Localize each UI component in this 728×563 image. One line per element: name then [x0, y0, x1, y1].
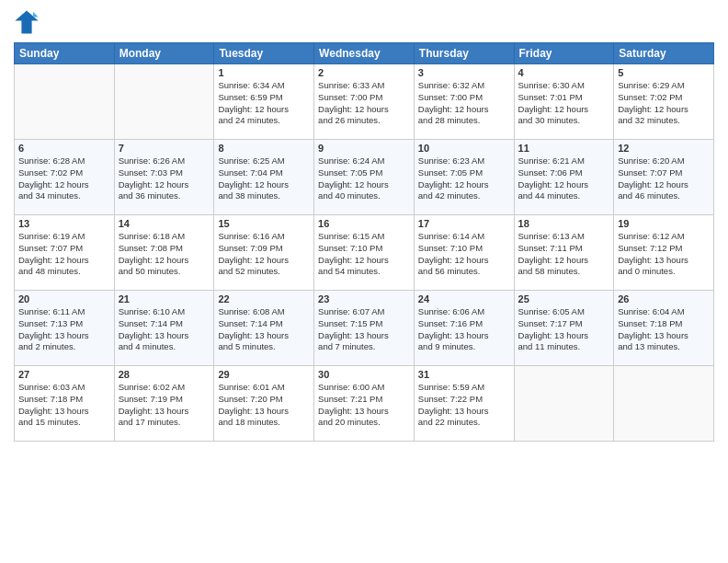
day-info: Sunrise: 6:25 AM Sunset: 7:04 PM Dayligh…	[218, 155, 310, 202]
day-info: Sunrise: 6:29 AM Sunset: 7:02 PM Dayligh…	[618, 80, 710, 127]
day-number: 27	[18, 369, 110, 380]
calendar-cell: 19Sunrise: 6:12 AM Sunset: 7:12 PM Dayli…	[614, 215, 714, 291]
calendar-cell: 10Sunrise: 6:23 AM Sunset: 7:05 PM Dayli…	[414, 140, 514, 215]
calendar-cell: 9Sunrise: 6:24 AM Sunset: 7:05 PM Daylig…	[314, 140, 415, 215]
calendar-cell: 27Sunrise: 6:03 AM Sunset: 7:18 PM Dayli…	[15, 366, 115, 442]
day-info: Sunrise: 6:00 AM Sunset: 7:21 PM Dayligh…	[318, 382, 410, 429]
calendar-day-header: Tuesday	[214, 43, 314, 64]
day-number: 9	[318, 143, 410, 154]
calendar-week-row: 1Sunrise: 6:34 AM Sunset: 6:59 PM Daylig…	[15, 64, 714, 140]
svg-marker-1	[33, 12, 39, 17]
calendar-day-header: Sunday	[15, 43, 115, 64]
day-number: 7	[119, 143, 210, 154]
day-info: Sunrise: 6:30 AM Sunset: 7:01 PM Dayligh…	[518, 80, 610, 127]
day-number: 6	[18, 143, 110, 154]
calendar-cell: 14Sunrise: 6:18 AM Sunset: 7:08 PM Dayli…	[114, 215, 214, 291]
calendar-cell: 11Sunrise: 6:21 AM Sunset: 7:06 PM Dayli…	[514, 140, 614, 215]
calendar-cell: 4Sunrise: 6:30 AM Sunset: 7:01 PM Daylig…	[514, 64, 614, 140]
day-info: Sunrise: 6:12 AM Sunset: 7:12 PM Dayligh…	[618, 231, 710, 278]
day-info: Sunrise: 6:21 AM Sunset: 7:06 PM Dayligh…	[518, 155, 610, 202]
day-number: 16	[318, 218, 410, 229]
day-number: 13	[18, 218, 110, 229]
calendar-cell	[114, 64, 214, 140]
day-number: 12	[618, 143, 710, 154]
day-number: 19	[618, 218, 710, 229]
day-number: 11	[518, 143, 610, 154]
day-number: 2	[318, 67, 410, 78]
day-info: Sunrise: 6:23 AM Sunset: 7:05 PM Dayligh…	[418, 155, 510, 202]
calendar-cell: 3Sunrise: 6:32 AM Sunset: 7:00 PM Daylig…	[414, 64, 514, 140]
calendar-day-header: Saturday	[614, 43, 714, 64]
calendar-cell: 28Sunrise: 6:02 AM Sunset: 7:19 PM Dayli…	[114, 366, 214, 442]
day-number: 10	[418, 143, 510, 154]
day-number: 29	[218, 369, 310, 380]
calendar-week-row: 6Sunrise: 6:28 AM Sunset: 7:02 PM Daylig…	[15, 140, 714, 215]
calendar-cell	[514, 366, 614, 442]
calendar-cell	[15, 64, 115, 140]
calendar-cell: 23Sunrise: 6:07 AM Sunset: 7:15 PM Dayli…	[314, 291, 415, 366]
day-number: 23	[318, 293, 410, 304]
day-info: Sunrise: 6:06 AM Sunset: 7:16 PM Dayligh…	[418, 306, 510, 353]
day-info: Sunrise: 6:26 AM Sunset: 7:03 PM Dayligh…	[119, 155, 210, 202]
day-number: 5	[618, 67, 710, 78]
day-info: Sunrise: 6:14 AM Sunset: 7:10 PM Dayligh…	[418, 231, 510, 278]
calendar-cell	[614, 366, 714, 442]
calendar-cell: 21Sunrise: 6:10 AM Sunset: 7:14 PM Dayli…	[114, 291, 214, 366]
calendar-cell: 13Sunrise: 6:19 AM Sunset: 7:07 PM Dayli…	[15, 215, 115, 291]
day-number: 20	[18, 293, 110, 304]
day-number: 31	[418, 369, 510, 380]
calendar-cell: 25Sunrise: 6:05 AM Sunset: 7:17 PM Dayli…	[514, 291, 614, 366]
calendar-cell: 16Sunrise: 6:15 AM Sunset: 7:10 PM Dayli…	[314, 215, 415, 291]
calendar-cell: 5Sunrise: 6:29 AM Sunset: 7:02 PM Daylig…	[614, 64, 714, 140]
logo-icon	[14, 9, 40, 35]
calendar-cell: 31Sunrise: 5:59 AM Sunset: 7:22 PM Dayli…	[414, 366, 514, 442]
day-info: Sunrise: 6:03 AM Sunset: 7:18 PM Dayligh…	[18, 382, 110, 429]
calendar-cell: 6Sunrise: 6:28 AM Sunset: 7:02 PM Daylig…	[15, 140, 115, 215]
calendar-cell: 7Sunrise: 6:26 AM Sunset: 7:03 PM Daylig…	[114, 140, 214, 215]
day-info: Sunrise: 6:01 AM Sunset: 7:20 PM Dayligh…	[218, 382, 310, 429]
calendar-cell: 1Sunrise: 6:34 AM Sunset: 6:59 PM Daylig…	[214, 64, 314, 140]
day-info: Sunrise: 6:07 AM Sunset: 7:15 PM Dayligh…	[318, 306, 410, 353]
day-number: 17	[418, 218, 510, 229]
page-header	[14, 9, 714, 35]
day-info: Sunrise: 6:10 AM Sunset: 7:14 PM Dayligh…	[119, 306, 210, 353]
calendar-day-header: Monday	[114, 43, 214, 64]
calendar-week-row: 27Sunrise: 6:03 AM Sunset: 7:18 PM Dayli…	[15, 366, 714, 442]
day-number: 8	[218, 143, 310, 154]
day-info: Sunrise: 6:16 AM Sunset: 7:09 PM Dayligh…	[218, 231, 310, 278]
day-number: 21	[119, 293, 210, 304]
calendar-day-header: Thursday	[414, 43, 514, 64]
day-info: Sunrise: 6:11 AM Sunset: 7:13 PM Dayligh…	[18, 306, 110, 353]
day-number: 24	[418, 293, 510, 304]
day-info: Sunrise: 6:28 AM Sunset: 7:02 PM Dayligh…	[18, 155, 110, 202]
calendar-table: SundayMondayTuesdayWednesdayThursdayFrid…	[14, 42, 714, 442]
day-info: Sunrise: 6:13 AM Sunset: 7:11 PM Dayligh…	[518, 231, 610, 278]
calendar-cell: 17Sunrise: 6:14 AM Sunset: 7:10 PM Dayli…	[414, 215, 514, 291]
calendar-week-row: 13Sunrise: 6:19 AM Sunset: 7:07 PM Dayli…	[15, 215, 714, 291]
calendar-cell: 2Sunrise: 6:33 AM Sunset: 7:00 PM Daylig…	[314, 64, 415, 140]
day-info: Sunrise: 6:32 AM Sunset: 7:00 PM Dayligh…	[418, 80, 510, 127]
calendar-cell: 22Sunrise: 6:08 AM Sunset: 7:14 PM Dayli…	[214, 291, 314, 366]
day-info: Sunrise: 6:33 AM Sunset: 7:00 PM Dayligh…	[318, 80, 410, 127]
day-info: Sunrise: 6:19 AM Sunset: 7:07 PM Dayligh…	[18, 231, 110, 278]
calendar-cell: 24Sunrise: 6:06 AM Sunset: 7:16 PM Dayli…	[414, 291, 514, 366]
day-info: Sunrise: 6:04 AM Sunset: 7:18 PM Dayligh…	[618, 306, 710, 353]
day-number: 30	[318, 369, 410, 380]
calendar-cell: 15Sunrise: 6:16 AM Sunset: 7:09 PM Dayli…	[214, 215, 314, 291]
day-number: 14	[119, 218, 210, 229]
day-number: 18	[518, 218, 610, 229]
day-info: Sunrise: 6:34 AM Sunset: 6:59 PM Dayligh…	[218, 80, 310, 127]
calendar-cell: 26Sunrise: 6:04 AM Sunset: 7:18 PM Dayli…	[614, 291, 714, 366]
day-number: 4	[518, 67, 610, 78]
day-number: 26	[618, 293, 710, 304]
day-info: Sunrise: 6:24 AM Sunset: 7:05 PM Dayligh…	[318, 155, 410, 202]
day-number: 1	[218, 67, 310, 78]
day-info: Sunrise: 6:05 AM Sunset: 7:17 PM Dayligh…	[518, 306, 610, 353]
calendar-cell: 30Sunrise: 6:00 AM Sunset: 7:21 PM Dayli…	[314, 366, 415, 442]
day-number: 3	[418, 67, 510, 78]
calendar-cell: 20Sunrise: 6:11 AM Sunset: 7:13 PM Dayli…	[15, 291, 115, 366]
calendar-cell: 29Sunrise: 6:01 AM Sunset: 7:20 PM Dayli…	[214, 366, 314, 442]
day-info: Sunrise: 6:15 AM Sunset: 7:10 PM Dayligh…	[318, 231, 410, 278]
day-number: 22	[218, 293, 310, 304]
day-number: 28	[119, 369, 210, 380]
